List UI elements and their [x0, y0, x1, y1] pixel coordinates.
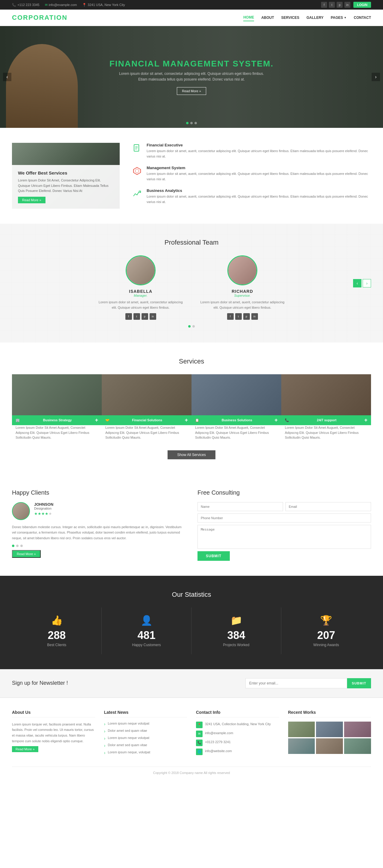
service-desc-1: Lorem ipsum dolor sit amet, auerit, cons…: [147, 171, 371, 182]
top-bar-right: f t p in LOGIN: [321, 2, 371, 8]
service-desc-2: Lorem ipsum dolor sit amet, auerit, cons…: [147, 194, 371, 205]
footer-about-title: About Us: [12, 710, 95, 717]
service-desc-0: Lorem ipsum dolor sit amet, auerit, cons…: [147, 149, 371, 159]
clients-read-more-btn[interactable]: Read More »: [12, 550, 41, 558]
team-desc-1: Lorem ipsum dolor sit amet, auerit, cons…: [197, 300, 287, 310]
footer-address-text: 3241 USA, Collection building, New York …: [205, 721, 271, 727]
client-dot-2[interactable]: [20, 545, 23, 547]
email-icon: ✉: [196, 731, 202, 737]
newsletter-email-input[interactable]: [245, 678, 347, 688]
team-in-icon-1[interactable]: in: [251, 313, 258, 320]
team-socials-0: f t p in: [96, 313, 186, 320]
client-profile: JOHNSON Designation ★★★★★: [12, 502, 186, 520]
hero-dot-2[interactable]: [190, 122, 193, 124]
footer-work-thumb-4[interactable]: [316, 738, 343, 754]
nav-services[interactable]: SERVICES: [281, 14, 299, 21]
nav-pages[interactable]: PAGES ▼: [331, 14, 347, 21]
footer-work-thumb-0[interactable]: [288, 721, 315, 737]
happy-clients-col: Happy Clients JOHNSON Designation ★★★★★ …: [12, 489, 186, 561]
service-info-financial: Financial Executive Lorem ipsum dolor si…: [147, 143, 371, 159]
hero-subtitle: Lorem ipsum dolor sit amet, consectetur …: [117, 71, 266, 82]
hero-next-arrow[interactable]: ›: [372, 73, 380, 81]
consulting-name-email-row: [197, 502, 371, 511]
pinterest-icon[interactable]: p: [337, 2, 343, 8]
services-read-more-btn[interactable]: Read More »: [18, 197, 45, 203]
news-arrow-icon-4: ›: [104, 750, 106, 755]
footer-about-read-more[interactable]: Read More »: [12, 746, 38, 752]
service-card-plus-0[interactable]: +: [95, 417, 98, 423]
map-icon: 📍: [82, 3, 87, 7]
team-dot-1[interactable]: [192, 325, 195, 328]
footer-news-text-3: Dolor amet sed quam vitae: [108, 743, 147, 747]
service-item-financial: Financial Executive Lorem ipsum dolor si…: [132, 143, 371, 159]
team-nav: ‹ ›: [353, 279, 371, 287]
two-col-section: Happy Clients JOHNSON Designation ★★★★★ …: [0, 474, 383, 576]
service-card-label-text-2: Business Solutions: [222, 418, 252, 422]
statistics-title: Our Statistics: [12, 591, 371, 598]
team-next-btn[interactable]: ›: [363, 279, 371, 287]
consulting-phone-input[interactable]: [197, 514, 371, 523]
nav-home[interactable]: HOME: [243, 14, 254, 21]
consulting-name-input[interactable]: [197, 502, 283, 511]
hero-prev-arrow[interactable]: ‹: [3, 73, 11, 81]
service-card-label-0: 🏢 Business Strategy +: [12, 415, 102, 425]
hero-content: FINANCIAL MANAGEMENT SYSTEM. Lorem ipsum…: [109, 59, 274, 95]
footer-work-thumb-1[interactable]: [316, 721, 343, 737]
consulting-message-textarea[interactable]: [197, 525, 371, 549]
team-prev-btn[interactable]: ‹: [353, 279, 361, 287]
client-dot-0[interactable]: [12, 545, 14, 547]
team-fb-icon-0[interactable]: f: [125, 313, 132, 320]
client-avatar: [12, 502, 30, 520]
footer-news-item-0: › Lorem ipsum neque volutpat: [104, 721, 187, 726]
footer-work-thumb-2[interactable]: [344, 721, 371, 737]
service-card-label-2: 📋 Business Solutions +: [191, 415, 281, 425]
team-pt-icon-0[interactable]: p: [141, 313, 148, 320]
team-fb-icon-1[interactable]: f: [227, 313, 234, 320]
service-card-desc-2: Lorem Ipsum Dolor Sit Amet Augueit, Cons…: [191, 422, 281, 443]
service-card-plus-2[interactable]: +: [275, 417, 278, 423]
login-button[interactable]: LOGIN: [353, 2, 371, 8]
stat-number-2: 384: [199, 629, 274, 642]
service-card-plus-1[interactable]: +: [185, 417, 188, 423]
team-pt-icon-1[interactable]: p: [243, 313, 250, 320]
service-card-label-3: 📞 24/7 support +: [281, 415, 371, 425]
hero-dot-3[interactable]: [194, 122, 197, 124]
email-address: info@example.com: [49, 3, 77, 7]
facebook-icon[interactable]: f: [321, 2, 327, 8]
news-arrow-icon-1: ›: [104, 729, 106, 734]
team-section-title: Professional Team: [12, 239, 371, 246]
team-avatar-0: [126, 255, 156, 285]
chevron-down-icon: ▼: [344, 16, 347, 19]
footer-works-grid: [288, 721, 371, 754]
footer-work-thumb-3[interactable]: [288, 738, 315, 754]
service-card-plus-3[interactable]: +: [364, 417, 368, 423]
hero-dot-1[interactable]: [186, 122, 189, 124]
team-tw-icon-1[interactable]: t: [235, 313, 242, 320]
news-arrow-icon-0: ›: [104, 721, 106, 726]
top-bar: 📞 +112 223 3345 ✉ info@example.com 📍 324…: [0, 0, 383, 9]
newsletter-submit-btn[interactable]: SUBMIT: [347, 678, 371, 688]
twitter-icon[interactable]: t: [329, 2, 335, 8]
consulting-submit-btn[interactable]: SUBMIT: [197, 551, 230, 561]
management-system-icon: [132, 165, 142, 176]
website-icon: 🌐: [196, 748, 202, 755]
nav-about[interactable]: ABOUT: [261, 14, 274, 21]
team-dot-0[interactable]: [188, 325, 191, 328]
show-all-services-btn[interactable]: Show All Services: [167, 450, 216, 459]
hero-read-more-btn[interactable]: Read More »: [177, 87, 206, 95]
footer-news-item-1: › Dolor amet sed quam vitae: [104, 729, 187, 734]
footer-work-thumb-5[interactable]: [344, 738, 371, 754]
client-dot-1[interactable]: [16, 545, 19, 547]
footer-copyright: Copyright © 2018 Company name All rights…: [12, 767, 371, 775]
trophy-icon: 🏆: [288, 615, 364, 626]
team-in-icon-0[interactable]: in: [150, 313, 156, 320]
service-info-management: Management System Lorem ipsum dolor sit …: [147, 165, 371, 182]
footer: About Us Lorem ipsum torquie vel, facili…: [0, 698, 383, 781]
linkedin-icon[interactable]: in: [344, 2, 350, 8]
nav-gallery[interactable]: GALLERY: [307, 14, 323, 21]
nav-contact[interactable]: CONTACT: [354, 14, 371, 21]
team-tw-icon-0[interactable]: t: [133, 313, 140, 320]
consulting-email-input[interactable]: [285, 502, 371, 511]
footer-contact-title: Contact Info: [196, 710, 279, 717]
team-desc-0: Lorem ipsum dolor sit amet, auerit, cons…: [96, 300, 186, 310]
